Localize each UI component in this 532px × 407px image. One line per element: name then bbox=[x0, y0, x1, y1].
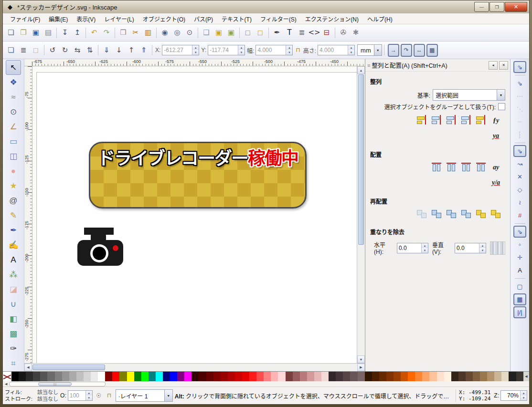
distribute-centers-horizontally-button[interactable] bbox=[444, 160, 459, 174]
distribute-top-edges-button[interactable] bbox=[429, 176, 444, 189]
flip-horizontal-button[interactable]: ⇆ bbox=[71, 44, 84, 56]
palette-swatch[interactable] bbox=[170, 372, 177, 381]
width-spinner[interactable]: ▲▼ bbox=[286, 45, 292, 55]
palette-swatch[interactable] bbox=[473, 372, 480, 381]
palette-swatch[interactable] bbox=[480, 372, 487, 381]
calligraphy-tool[interactable]: ✍ bbox=[6, 238, 21, 252]
unit-select[interactable]: mm ▼ bbox=[357, 44, 382, 56]
panel-close-button[interactable]: ✕ bbox=[499, 61, 508, 70]
snap-bbox-corners-toggle[interactable]: ⋱ bbox=[513, 103, 526, 115]
menu-item[interactable]: ヘルプ(H) bbox=[363, 14, 397, 24]
layer-lock-icon[interactable]: ⊓ bbox=[105, 392, 114, 399]
menu-item[interactable]: レイヤー(L) bbox=[100, 14, 138, 24]
layer-select[interactable]: ·レイヤー 1 ▼ bbox=[116, 389, 173, 402]
snap-guides-toggle[interactable]: |/| bbox=[513, 306, 526, 318]
menu-item[interactable]: フィルター(S) bbox=[256, 14, 301, 24]
bezier-pen-tool[interactable]: ✒ bbox=[6, 223, 21, 238]
flip-vertical-button[interactable]: ⇅ bbox=[84, 44, 96, 56]
export-button[interactable]: ↥ bbox=[71, 27, 84, 39]
palette-swatch[interactable] bbox=[228, 372, 235, 381]
snap-page-border-toggle[interactable]: ▢ bbox=[513, 281, 526, 292]
rotate-cw-button[interactable]: ↻ bbox=[59, 44, 71, 56]
palette-swatch[interactable] bbox=[415, 372, 422, 381]
palette-swatch[interactable] bbox=[177, 372, 184, 381]
save-document-button[interactable]: ▣ bbox=[30, 27, 42, 39]
vertical-scrollbar[interactable]: ▲ ▼ bbox=[357, 66, 365, 363]
pencil-tool[interactable]: ✎ bbox=[6, 208, 21, 223]
scroll-down-icon[interactable]: ▼ bbox=[357, 355, 365, 363]
text-align-horizontal-button[interactable]: ƒy bbox=[489, 114, 503, 127]
selector-tool[interactable]: ↖ bbox=[6, 60, 21, 75]
scroll-left-icon[interactable]: ◀ bbox=[24, 364, 32, 371]
document-properties-button[interactable]: ✇ bbox=[337, 27, 350, 39]
y-spinner[interactable]: ▲▼ bbox=[238, 45, 245, 55]
select-original-button[interactable]: ◻ bbox=[242, 27, 254, 39]
panel-header[interactable]: ≡ 整列と配置(A) (Shift+Ctrl+A) ◂ ✕ bbox=[365, 59, 510, 72]
fill-stroke-dialog-button[interactable]: ✒ bbox=[271, 27, 283, 39]
layers-dialog-button[interactable]: ≣ bbox=[296, 27, 308, 39]
title-bar[interactable]: ◆ *ステッカーデザイン.svg - Inkscape — ❐ ✕ bbox=[3, 0, 529, 13]
palette-swatch[interactable] bbox=[278, 372, 285, 381]
lower-button[interactable]: ↓ bbox=[113, 44, 125, 56]
measure-tool[interactable]: ∠ bbox=[6, 119, 21, 134]
affect-move-toggle[interactable]: → bbox=[388, 44, 399, 57]
palette-swatch[interactable] bbox=[386, 372, 394, 381]
align-left-to-right-of-anchor-button[interactable] bbox=[474, 114, 489, 127]
palette-swatch[interactable] bbox=[487, 372, 494, 381]
cut-button[interactable]: ✂ bbox=[129, 27, 142, 39]
palette-swatch[interactable] bbox=[429, 372, 436, 381]
palette-swatch[interactable] bbox=[33, 372, 40, 381]
palette-swatch[interactable] bbox=[235, 372, 242, 381]
palette-swatch[interactable] bbox=[501, 372, 509, 381]
palette-swatch[interactable] bbox=[379, 372, 386, 381]
opacity-field[interactable]: 100▲▼ bbox=[68, 390, 93, 401]
palette-swatch[interactable] bbox=[321, 372, 329, 381]
undo-button[interactable]: ↶ bbox=[88, 27, 100, 39]
affect-corners-toggle[interactable]: ↔ bbox=[414, 44, 425, 57]
spray-tool[interactable]: ⁂ bbox=[6, 267, 21, 282]
sticker-graphic[interactable]: ドライブレコーダー稼働中 bbox=[89, 142, 307, 209]
zoom-field[interactable]: 70%▲▼ bbox=[500, 390, 527, 401]
palette-swatch[interactable] bbox=[509, 372, 516, 381]
rotate-ccw-button[interactable]: ↺ bbox=[46, 44, 59, 56]
deselect-button[interactable]: ◻ bbox=[30, 44, 42, 56]
scroll-right-icon[interactable]: ▶ bbox=[357, 364, 365, 371]
palette-swatch[interactable] bbox=[184, 372, 192, 381]
lock-ratio-icon[interactable]: ⊓ bbox=[296, 47, 300, 53]
anchor-select[interactable]: 選択範囲 ▼ bbox=[433, 89, 505, 101]
snap-smooth-nodes-toggle[interactable]: ≀ bbox=[513, 197, 526, 209]
palette-scrollbar[interactable]: ◀ ||| bbox=[3, 381, 529, 386]
affect-gradient-toggle[interactable]: ▦ bbox=[426, 44, 438, 57]
menu-item[interactable]: オブジェクト(O) bbox=[138, 14, 190, 24]
select-all-button[interactable]: ❏ bbox=[5, 44, 17, 56]
lower-to-bottom-button[interactable]: ⇓ bbox=[100, 44, 113, 56]
distribute-left-edges-button[interactable] bbox=[429, 160, 444, 174]
distribute-vertical-gaps-button[interactable] bbox=[474, 176, 489, 189]
palette-swatch[interactable] bbox=[112, 372, 119, 381]
snap-bounding-box-toggle[interactable]: ⇘ bbox=[513, 77, 526, 89]
menu-item[interactable]: 編集(E) bbox=[44, 14, 72, 24]
x-spinner[interactable]: ▲▼ bbox=[192, 45, 199, 55]
palette-swatch[interactable] bbox=[293, 372, 300, 381]
palette-swatch[interactable] bbox=[47, 372, 54, 381]
align-bottom-edges-button[interactable] bbox=[459, 129, 474, 143]
minimize-button[interactable]: — bbox=[474, 2, 489, 12]
menu-item[interactable]: パス(P) bbox=[190, 14, 217, 24]
spiral-tool[interactable]: @ bbox=[6, 193, 21, 208]
palette-swatch[interactable] bbox=[307, 372, 314, 381]
palette-swatch[interactable] bbox=[119, 372, 127, 381]
center-horizontal-axis-button[interactable] bbox=[444, 129, 459, 143]
palette-swatch[interactable] bbox=[343, 372, 350, 381]
snap-bbox-centers-toggle[interactable]: ┆ bbox=[513, 129, 526, 141]
menu-item[interactable]: ファイル(F) bbox=[6, 14, 44, 24]
print-button[interactable]: ▤ bbox=[42, 27, 54, 39]
dashcam-graphic[interactable] bbox=[74, 225, 127, 270]
horizontal-ruler[interactable]: -675-650-625-600-575-550-525-500-475-450 bbox=[24, 59, 365, 66]
align-bottom-to-top-of-anchor-button[interactable] bbox=[415, 129, 429, 143]
width-field[interactable]: 4.000▲▼ bbox=[255, 45, 293, 55]
duplicate-button[interactable]: ❑ bbox=[200, 27, 213, 39]
palette-swatch[interactable] bbox=[55, 372, 62, 381]
snap-bbox-edges-toggle[interactable]: ⋯ bbox=[513, 90, 526, 102]
opacity-spinner[interactable]: ▲▼ bbox=[85, 391, 92, 400]
palette-swatch[interactable] bbox=[221, 372, 228, 381]
